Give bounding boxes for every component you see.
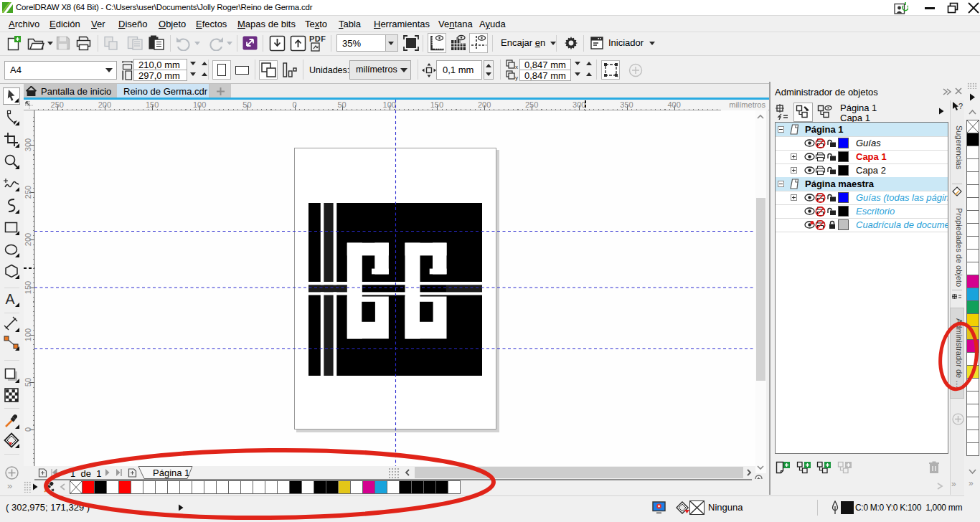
svg-text:A: A bbox=[6, 291, 15, 307]
svg-text:?: ? bbox=[958, 102, 963, 110]
